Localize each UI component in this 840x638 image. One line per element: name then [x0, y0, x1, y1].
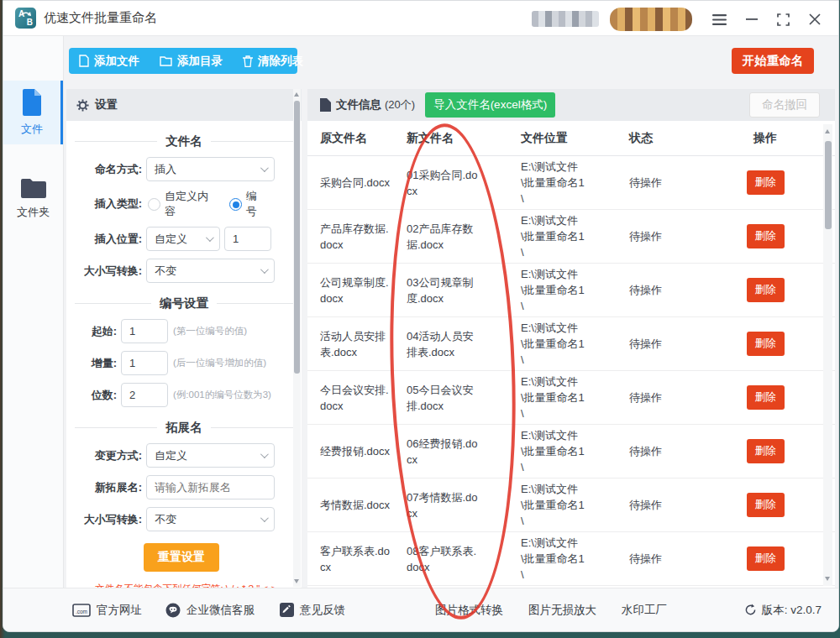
status-cell: 待操作 [629, 337, 717, 352]
file-path-line: \批量重命名1 [521, 390, 615, 405]
file-icon [79, 55, 89, 67]
insert-position-select[interactable]: 自定义 [146, 227, 220, 251]
new-filename-cell: 08客户联系表.docx [407, 543, 480, 575]
chevron-down-icon [260, 514, 269, 522]
app-window: A B 优速文件批量重命名 文件 文件夹 [3, 0, 839, 632]
close-button[interactable] [804, 8, 826, 30]
file-icon [320, 98, 331, 112]
add-file-button[interactable]: 添加文件 [79, 54, 139, 69]
delete-button[interactable]: 删除 [747, 170, 785, 195]
delete-button[interactable]: 删除 [747, 332, 785, 356]
col-operation: 操作 [717, 131, 835, 146]
file-path-cell: E:\测试文件 \批量重命名1 \ [521, 159, 615, 207]
new-extension-input-wrap [146, 475, 275, 499]
file-info-header: 文件信息 (20个) 导入文件名(excel格式) 命名撤回 [307, 89, 835, 121]
settings-panel: 设置 文件名 命名方式: 插入 插入类型: 自定义内容 编号 插入位置: 自定义 [66, 89, 302, 588]
operation-cell: 删除 [717, 224, 835, 248]
wechat-support-link[interactable]: 企业微信客服 [165, 603, 255, 618]
scroll-down-icon[interactable] [294, 579, 299, 583]
file-path-cell: E:\测试文件 \批量重命名1 \ [521, 320, 615, 368]
chevron-down-icon [260, 450, 269, 458]
old-filename-cell: 公司规章制度.docx [320, 275, 391, 306]
scroll-up-icon[interactable] [825, 129, 830, 133]
digits-input[interactable] [121, 383, 168, 407]
table-row: 今日会议安排.docx 05今日会议安排.docx E:\测试文件 \批量重命名… [307, 371, 835, 425]
old-filename-cell: 经费报销.docx [320, 443, 391, 459]
radio-number[interactable] [229, 198, 242, 211]
naming-method-select[interactable]: 插入 [146, 157, 275, 181]
delete-button[interactable]: 删除 [747, 439, 785, 463]
sidebar-item-file[interactable]: 文件 [3, 81, 63, 144]
new-filename-cell: 05今日会议安排.docx [407, 382, 480, 414]
start-number-row: 起始: (第一位编号的值) [66, 319, 302, 343]
increment-hint: (后一位编号增加的值) [173, 357, 266, 369]
scrollbar-thumb[interactable] [294, 101, 300, 374]
status-cell: 待操作 [629, 498, 717, 513]
add-directory-button[interactable]: 添加目录 [160, 54, 223, 69]
file-path-cell: E:\测试文件 \批量重命名1 \ [521, 481, 615, 529]
operation-cell: 删除 [717, 332, 835, 356]
status-cell: 待操作 [629, 444, 717, 459]
maximize-button[interactable] [772, 8, 794, 30]
file-icon [20, 89, 44, 116]
operation-cell: 删除 [717, 546, 835, 571]
table-scrollbar [823, 124, 832, 586]
settings-scrollbar [293, 89, 301, 587]
clear-list-button[interactable]: 清除列表 [243, 54, 303, 69]
increment-input[interactable] [121, 351, 168, 375]
delete-button[interactable]: 删除 [747, 224, 785, 248]
file-path-line: \批量重命名1 [521, 228, 615, 244]
operation-cell: 删除 [717, 439, 835, 463]
file-path-line: \批量重命名1 [521, 551, 615, 567]
digits-hint: (例:001的编号位数为3) [173, 389, 271, 401]
scroll-up-icon[interactable] [294, 92, 299, 97]
redacted-vip-badge[interactable] [610, 8, 692, 31]
feedback-link[interactable]: 意见反馈 [280, 603, 345, 618]
reset-settings-button[interactable]: 重置设置 [144, 543, 219, 572]
file-count: (20个) [385, 97, 415, 112]
file-path-cell: E:\测试文件 \批量重命名1 \ [521, 535, 615, 583]
chat-icon [165, 603, 181, 618]
radio-custom-content[interactable] [148, 198, 160, 211]
import-excel-button[interactable]: 导入文件名(excel格式) [425, 92, 555, 118]
file-path-cell: E:\测试文件 \批量重命名1 \ [521, 266, 615, 314]
image-format-convert-link[interactable]: 图片格式转换 [435, 603, 503, 618]
menu-icon[interactable] [708, 8, 730, 30]
status-cell: 待操作 [629, 175, 717, 191]
file-path-line: \ [521, 298, 615, 314]
rename-undo-button[interactable]: 命名撤回 [749, 92, 820, 118]
image-lossless-enlarge-link[interactable]: 图片无损放大 [528, 603, 596, 618]
table-row: 活动人员安排表.docx 04活动人员安排表.docx E:\测试文件 \批量重… [307, 317, 835, 371]
sidebar-item-folder[interactable]: 文件夹 [3, 166, 63, 230]
file-path-line: \ [521, 567, 615, 583]
start-number-input[interactable] [121, 319, 168, 343]
case-convert2-select[interactable]: 不变 [146, 507, 275, 531]
delete-button[interactable]: 删除 [747, 546, 785, 571]
minimize-button[interactable] [741, 8, 763, 30]
col-old-filename: 原文件名 [320, 131, 391, 146]
delete-button[interactable]: 删除 [747, 278, 785, 302]
change-method-select[interactable]: 自定义 [146, 443, 275, 468]
redacted-username [532, 11, 599, 27]
case-convert-select[interactable]: 不变 [146, 259, 275, 283]
new-filename-cell: 03公司规章制度.docx [407, 275, 480, 306]
start-rename-button[interactable]: 开始重命名 [732, 48, 814, 74]
official-website-link[interactable]: .com 官方网址 [72, 603, 142, 618]
scroll-down-icon[interactable] [825, 577, 830, 581]
delete-button[interactable]: 删除 [747, 385, 785, 410]
insert-position-input[interactable] [224, 227, 271, 251]
table-row: 采购合同.docx 01采购合同.docx E:\测试文件 \批量重命名1 \ … [307, 156, 835, 210]
delete-button[interactable]: 删除 [747, 493, 785, 517]
title-bar: A B 优速文件批量重命名 [3, 1, 838, 36]
status-cell: 待操作 [629, 552, 717, 567]
status-cell: 待操作 [629, 283, 717, 298]
watermark-factory-link[interactable]: 水印工厂 [622, 603, 667, 618]
new-extension-input[interactable] [155, 481, 266, 494]
scrollbar-thumb[interactable] [825, 141, 832, 229]
version-label[interactable]: 版本: v2.0.7 [762, 603, 822, 618]
file-path-line: \批量重命名1 [521, 443, 615, 459]
status-cell: 待操作 [629, 229, 717, 244]
new-filename-cell: 07考情数据.docx [407, 489, 480, 521]
footer: .com 官方网址 企业微信客服 意见反馈 图片格式转换 图片无损放大 水印工厂… [3, 588, 838, 631]
dot-com-icon: .com [72, 604, 91, 617]
